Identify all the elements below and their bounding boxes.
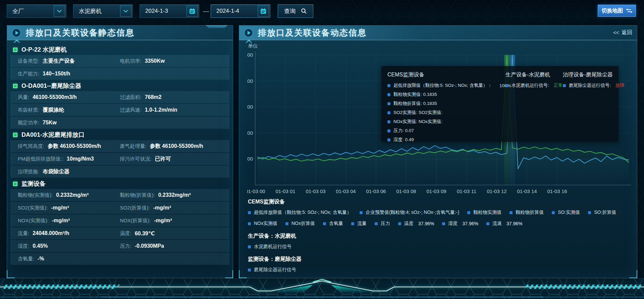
tooltip-item: 压力: 0.07: [387, 128, 505, 134]
field-label: 排污许可状况:: [120, 156, 152, 162]
info-cell: SO2(实测值):-mg/m³: [18, 202, 69, 214]
legend-square-icon: [486, 222, 489, 225]
field-label: 电机功率:: [120, 58, 142, 64]
info-cell: 风量:46100-55300m3/h: [18, 91, 77, 103]
legend-square-icon: [360, 211, 363, 214]
legend-prod-items: 水泥磨机运行信号: [248, 244, 630, 250]
legend-item[interactable]: 含氧量: [323, 221, 343, 227]
field-value: 768m2: [145, 94, 162, 100]
calendar-icon[interactable]: [186, 5, 198, 17]
legend-item[interactable]: 流量: [351, 221, 367, 227]
field-label: 颗粒物(折算值):: [120, 192, 155, 198]
legend-item[interactable]: 湿度37.96%: [442, 221, 478, 227]
legend-item-label: SO:折算值: [594, 210, 616, 216]
legend-item[interactable]: NOx实测值: [248, 221, 277, 227]
legend-item-label: NOx折算值: [291, 221, 315, 227]
legend-cems-title: CEMS监测设备: [248, 198, 630, 205]
field-value: -%: [38, 256, 44, 262]
info-cell: 压力:-0.0930MPa: [120, 240, 164, 252]
legend-square-icon: [387, 93, 390, 96]
field-value: 布袋除尘器: [43, 168, 69, 175]
legend-square-icon: [467, 211, 470, 214]
legend-item[interactable]: 温度37.96%: [398, 221, 434, 227]
info-cell: 颗粒物(折算值):0.2332mg/m³: [120, 189, 191, 201]
dynamic-info-title: 排放口及关联设备动态信息: [258, 27, 367, 38]
info-row: 风量:46100-55300m3/h过滤面积:768m2: [10, 91, 229, 103]
tooltip-prod-title: 生产设备-水泥磨机: [505, 71, 563, 78]
legend-square-icon: [398, 222, 401, 225]
corner-bracket: [239, 270, 247, 278]
legend-square-icon: [387, 102, 390, 105]
tooltip-item: SO2实测值: SO2实测值:: [387, 110, 505, 116]
info-cell: 温度:60.39℃: [120, 227, 155, 239]
legend-square-icon: [442, 222, 445, 225]
y-tick-label: 500: [247, 52, 253, 58]
section-bullet-icon: [13, 133, 17, 137]
legend-item[interactable]: SO:折算值: [588, 210, 616, 216]
y-tick-label: 100: [247, 156, 253, 162]
field-value: 0.2332mg/m³: [158, 192, 191, 198]
chevron-down-icon[interactable]: [120, 5, 131, 17]
back-chevrons-icon: <<: [613, 30, 619, 36]
x-tick-label: 01-03 00: [247, 188, 265, 194]
plant-select[interactable]: 全厂: [7, 4, 66, 18]
field-value: -0.0930MPa: [135, 243, 164, 249]
field-label: 过滤面积:: [120, 94, 142, 101]
switch-map-button[interactable]: 切换地图: [598, 5, 636, 17]
legend-square-icon: [387, 84, 390, 87]
field-value: 覆膜涤纶: [43, 107, 64, 114]
query-button-label: 查询: [284, 7, 296, 15]
tooltip-treat-signal: 磨尾除尘器运行信号: 故障: [563, 82, 625, 88]
field-label: 含氧量:: [18, 256, 34, 262]
info-cell: 湿度:0.45%: [18, 240, 48, 252]
section-title: O-DA001--磨尾除尘器: [21, 82, 81, 90]
tooltip-cems-column: CEMS监测设备 超低排放限值（颗拉物:5: SOz-; NOx; 含氧量）：1…: [387, 71, 505, 136]
field-label: 布袋材质:: [18, 107, 39, 113]
legend-item[interactable]: 磨尾除尘器运行信号: [248, 267, 296, 273]
info-cell: 流量:24048.000m³/h: [18, 227, 69, 239]
legend-square-icon: [387, 138, 390, 141]
tooltip-item-label: 颗粒物折算值: 0.1835: [393, 101, 437, 107]
field-value: 60.39℃: [135, 230, 155, 237]
info-row: 额定功率:75Kw: [10, 117, 229, 129]
chevron-down-icon[interactable]: [54, 5, 65, 17]
legend-item-label: NOx实测值: [254, 221, 277, 227]
legend-item[interactable]: 超低排放限值（颗拉物:5: SOz-; NOx; 含氧量）: [248, 210, 352, 216]
field-value: 参数 46100-55300m/h: [150, 143, 203, 150]
tooltip-treat-column: 治理设备-磨尾除尘器 磨尾除尘器运行信号: 故障: [563, 71, 625, 136]
legend-item[interactable]: 流速37.96%: [486, 221, 522, 227]
info-cell: NOX(实测值):-mg/m³: [18, 215, 70, 227]
field-value: 已许可: [155, 156, 171, 163]
field-label: 治理措施:: [18, 169, 39, 175]
tooltip-item-label: 颗粒物实测值: 0.1835: [393, 92, 437, 98]
legend-item[interactable]: NOx折算值: [285, 221, 315, 227]
query-button[interactable]: 查询: [278, 4, 313, 18]
device-select[interactable]: 水泥磨机: [73, 4, 133, 18]
section-bullet-icon: [13, 84, 17, 88]
legend-prod-title: 生产设备：水泥磨机: [248, 233, 630, 240]
end-date-input[interactable]: 2024-1-4: [211, 4, 270, 18]
field-value: 主要生产设备: [43, 58, 75, 65]
legend-item[interactable]: 企业预警值(颗粒物:4; sOz-; NOx-;含氧气量:-): [360, 210, 459, 216]
x-tick-label: 01-03 06: [366, 188, 386, 194]
legend-item-label: SO:实测值: [558, 210, 580, 216]
info-row: 布袋材质:覆膜涤纶过滤风速:1.0-1.2m/min: [10, 104, 229, 116]
field-label: 温度:: [120, 230, 131, 237]
tooltip-cems-title: CEMS监测设备: [387, 71, 505, 78]
field-value: 46100-55300m3/h: [33, 94, 77, 100]
start-date-input[interactable]: 2024-1-3: [140, 4, 199, 18]
x-tick-label: 01-03 09: [426, 188, 446, 194]
x-tick-label: 01-03 08: [396, 188, 416, 194]
legend-item[interactable]: 压力: [375, 221, 390, 227]
legend-item[interactable]: 颗粒物折算值: [509, 210, 544, 216]
legend-item[interactable]: SO:实测值: [552, 210, 580, 216]
back-button[interactable]: << 返回: [613, 29, 632, 36]
field-value: 0.45%: [33, 243, 48, 249]
calendar-icon[interactable]: [258, 5, 269, 17]
legend-item[interactable]: 颗粒物实测值: [467, 210, 501, 216]
x-tick-label: 01-03 01: [275, 188, 295, 194]
section-title: 监测设备: [21, 180, 46, 188]
legend-square-icon: [375, 222, 378, 225]
info-cell: 排污许可状况:已许可: [120, 153, 171, 165]
legend-item[interactable]: 水泥磨机运行信号: [248, 244, 291, 250]
